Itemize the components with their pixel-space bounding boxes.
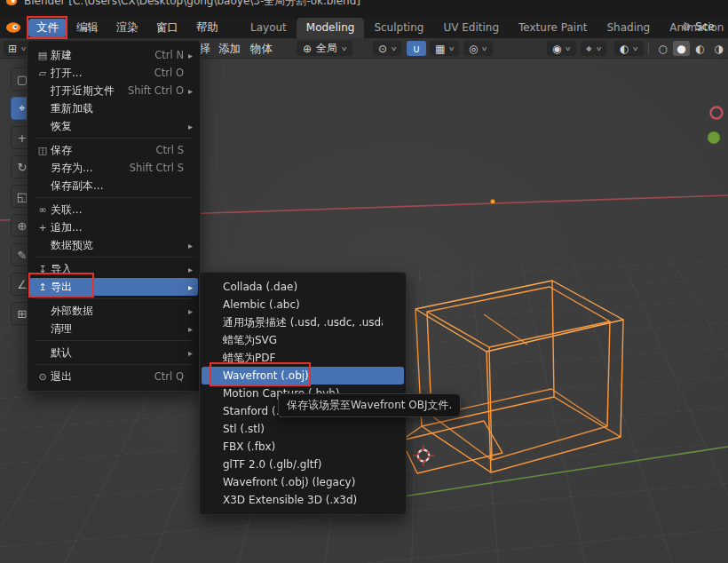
gizmo-axis-y[interactable] bbox=[708, 131, 720, 144]
file-menu-item-label: 恢复 bbox=[51, 119, 177, 134]
export-menu-item-label: Collada (.dae) bbox=[223, 281, 383, 293]
export-menu-item-wavefront-obj[interactable]: Wavefront (.obj) bbox=[202, 367, 404, 385]
tab-layout[interactable]: Layout bbox=[241, 18, 297, 38]
shading-rendered-icon: ◑ bbox=[714, 43, 723, 55]
export-menu-item-label: Wavefront (.obj) (legacy) bbox=[223, 476, 383, 488]
move-tool-icon: + bbox=[18, 131, 28, 145]
import-icon: ↧ bbox=[35, 264, 51, 275]
link-icon: ∞ bbox=[35, 204, 51, 216]
file-menu-item-open[interactable]: ▱打开...Ctrl O bbox=[28, 64, 200, 82]
file-menu-item-save[interactable]: ◫保存Ctrl S bbox=[28, 141, 200, 159]
export-menu-item-label: Alembic (.abc) bbox=[223, 298, 383, 311]
file-menu-item-quit[interactable]: ⊙退出Ctrl Q bbox=[28, 368, 200, 385]
object-menu[interactable]: 物体 bbox=[250, 42, 273, 57]
file-menu-item-data-previews[interactable]: 数据预览▸ bbox=[28, 236, 200, 254]
tab-shading[interactable]: Shading bbox=[597, 18, 660, 38]
file-menu-item-revert[interactable]: 重新加载 bbox=[28, 99, 200, 117]
export-menu-item-x3d[interactable]: X3D Extensible 3D (.x3d) bbox=[200, 491, 406, 509]
add-menu[interactable]: 添加 bbox=[218, 42, 241, 57]
file-menu-item-label: 重新加载 bbox=[51, 101, 177, 116]
rotate-tool-icon: ↻ bbox=[18, 161, 28, 174]
menubar-window[interactable]: 窗口 bbox=[148, 19, 186, 37]
snap-magnet-icon: ∪ bbox=[413, 43, 421, 55]
file-menu-item-append[interactable]: +追加... bbox=[28, 218, 200, 236]
tab-uv-editing[interactable]: UV Editing bbox=[433, 18, 509, 38]
selected-object-wireframe[interactable] bbox=[401, 281, 623, 473]
file-menu-separator bbox=[35, 298, 193, 299]
tab-texture-paint[interactable]: Texture Paint bbox=[509, 18, 597, 38]
top-menus: 文件编辑渲染窗口帮助 bbox=[28, 19, 226, 37]
3d-cursor[interactable] bbox=[413, 445, 434, 466]
file-menu-item-save-copy[interactable]: 保存副本... bbox=[28, 177, 200, 194]
visibility-icon: ◉ bbox=[552, 43, 561, 55]
file-menu-item-clean-up[interactable]: 清理▸ bbox=[28, 320, 200, 337]
export-menu-item-label: FBX (.fbx) bbox=[223, 440, 383, 453]
menubar-edit[interactable]: 编辑 bbox=[68, 19, 107, 37]
tab-sculpting[interactable]: Sculpting bbox=[364, 18, 433, 38]
pivot-point-dropdown[interactable]: ⊙ ∨ bbox=[373, 41, 401, 56]
file-menu-item-label: 数据预览 bbox=[51, 238, 177, 253]
export-menu-item-alembic[interactable]: Alembic (.abc) bbox=[200, 296, 406, 313]
chevron-down-icon: ∨ bbox=[632, 45, 639, 52]
overlays-dropdown[interactable]: ◐ ∨ bbox=[614, 41, 644, 56]
scene-selector[interactable]: ⊚ Sce bbox=[682, 20, 728, 33]
file-menu-panel: ▤新建Ctrl N▸▱打开...Ctrl O打开近期文件Shift Ctrl O… bbox=[27, 40, 201, 392]
workspace-tabs: LayoutModelingSculptingUV EditingTexture… bbox=[241, 18, 728, 38]
submenu-arrow-icon: ▸ bbox=[184, 51, 193, 60]
window-title: Blender [C:\Users\CX\Desktop\gong\baoye\… bbox=[24, 0, 360, 9]
export-menu-item-collada[interactable]: Collada (.dae) bbox=[200, 278, 406, 296]
append-icon: + bbox=[35, 222, 51, 234]
submenu-arrow-icon: ▸ bbox=[184, 265, 193, 274]
export-menu-item-grease-pencil-pdf[interactable]: 蜡笔为PDF bbox=[200, 349, 406, 367]
gizmo-axis-x-negative[interactable] bbox=[711, 107, 723, 119]
export-menu-item-grease-pencil-svg[interactable]: 蜡笔为SVG bbox=[200, 331, 406, 349]
tooltip-text: 保存该场景至Wavefront OBJ文件. bbox=[287, 399, 452, 411]
blender-app-icon[interactable] bbox=[5, 21, 23, 36]
export-menu-item-label: 通用场景描述 (.usd, .usdc, .usda) bbox=[223, 315, 383, 330]
file-menu-item-save-as[interactable]: 另存为...Shift Ctrl S bbox=[28, 159, 200, 177]
shading-solid-icon: ● bbox=[677, 43, 685, 55]
file-menu-item-external-data[interactable]: 外部数据▸ bbox=[28, 302, 200, 320]
menubar-help[interactable]: 帮助 bbox=[188, 19, 226, 37]
submenu-arrow-icon: ▸ bbox=[184, 282, 193, 292]
export-menu-item-stl[interactable]: Stl (.stl) bbox=[200, 420, 406, 438]
shading-wireframe-button[interactable]: ○ bbox=[654, 41, 671, 56]
menubar-file[interactable]: 文件 bbox=[28, 19, 67, 37]
export-menu-item-fbx[interactable]: FBX (.fbx) bbox=[200, 438, 406, 456]
save-icon: ◫ bbox=[35, 145, 51, 156]
file-menu-item-label: 外部数据 bbox=[51, 304, 177, 319]
shortcut-text: Shift Ctrl O bbox=[128, 84, 184, 97]
tab-modeling[interactable]: Modeling bbox=[297, 18, 365, 38]
menubar-render[interactable]: 渲染 bbox=[108, 19, 146, 37]
submenu-arrow-icon: ▸ bbox=[184, 241, 193, 250]
shading-material-icon: ◐ bbox=[695, 43, 704, 55]
file-new-icon: ▤ bbox=[35, 50, 51, 61]
snap-target-dropdown[interactable]: ▦ ∨ bbox=[430, 41, 459, 56]
file-menu-item-new[interactable]: ▤新建Ctrl N▸ bbox=[28, 46, 200, 64]
file-menu-item-export[interactable]: ↥导出▸ bbox=[29, 278, 198, 296]
file-menu-item-link[interactable]: ∞关联... bbox=[28, 201, 200, 218]
file-menu-separator bbox=[35, 197, 193, 198]
titlebar: Blender [C:\Users\CX\Desktop\gong\baoye\… bbox=[0, 0, 728, 18]
quit-icon: ⊙ bbox=[35, 371, 51, 383]
scene-selector-label: Sce bbox=[695, 20, 715, 33]
file-menu-item-label: 导出 bbox=[51, 280, 177, 295]
file-menu-item-open-recent[interactable]: 打开近期文件Shift Ctrl O▸ bbox=[28, 82, 200, 99]
shading-material-button[interactable]: ◐ bbox=[692, 41, 708, 56]
transform-orientation-dropdown[interactable]: ⊕ 全局 ∨ bbox=[297, 41, 352, 56]
export-menu-item-label: 蜡笔为PDF bbox=[223, 351, 383, 366]
file-menu-item-defaults[interactable]: 默认▸ bbox=[28, 344, 200, 361]
snap-toggle-button[interactable]: ∪ bbox=[407, 41, 426, 56]
file-menu-item-import[interactable]: ↧导入▸ bbox=[28, 260, 200, 278]
export-menu-item-gltf[interactable]: glTF 2.0 (.glb/.gltf) bbox=[200, 456, 406, 473]
gizmo-dropdown[interactable]: ⌖ ∨ bbox=[581, 41, 606, 56]
export-menu-item-usd[interactable]: 通用场景描述 (.usd, .usdc, .usda) bbox=[200, 313, 406, 331]
shading-rendered-button[interactable]: ◑ bbox=[710, 41, 727, 56]
proportional-edit-dropdown[interactable]: ◎ ∨ bbox=[463, 41, 493, 56]
submenu-arrow-icon: ▸ bbox=[184, 306, 193, 316]
shortcut-text: Ctrl Q bbox=[154, 370, 184, 383]
visibility-dropdown[interactable]: ◉ ∨ bbox=[547, 41, 576, 56]
shading-solid-button[interactable]: ● bbox=[673, 41, 690, 56]
file-menu-item-recover[interactable]: 恢复▸ bbox=[28, 117, 200, 135]
export-menu-item-wavefront-obj-legacy[interactable]: Wavefront (.obj) (legacy) bbox=[200, 473, 406, 491]
